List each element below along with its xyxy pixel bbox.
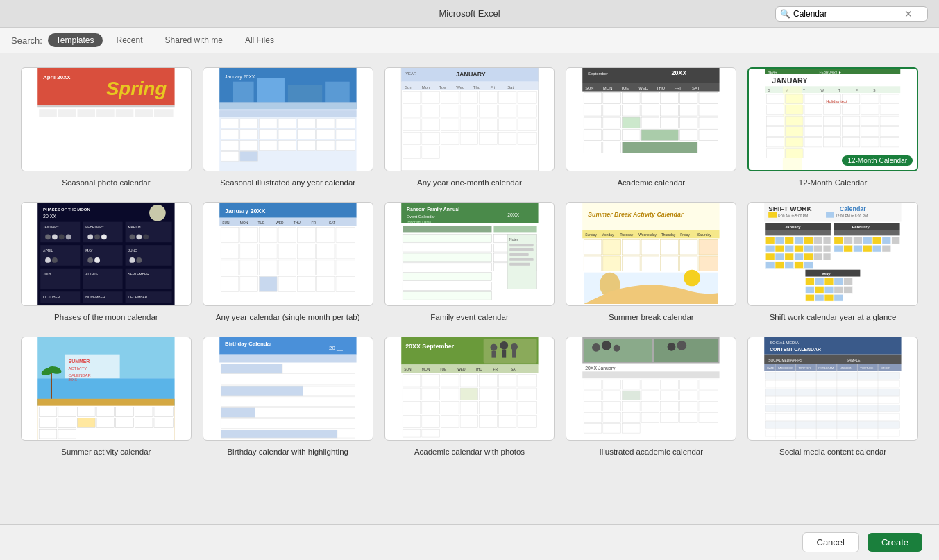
svg-rect-187 bbox=[767, 127, 784, 137]
search-clear-icon[interactable]: ✕ bbox=[904, 9, 913, 19]
template-summer-break[interactable]: Summer Break Activity Calendar SundayMon… bbox=[566, 202, 736, 323]
svg-rect-474 bbox=[441, 374, 459, 387]
template-thumb-any-year-onemonth[interactable]: YEAR JANUARY SunMonTueWedThuFriSat bbox=[384, 67, 555, 171]
filter-templates[interactable]: Templates bbox=[48, 33, 103, 47]
svg-rect-485 bbox=[518, 388, 537, 400]
template-illustrated-academic[interactable]: 20XX January bbox=[566, 337, 736, 457]
svg-rect-235 bbox=[40, 269, 80, 289]
template-phases-moon[interactable]: PHASES OF THE MOON 20 XX JANUARY FEBRUAR… bbox=[21, 202, 192, 323]
create-button[interactable]: Create bbox=[868, 533, 922, 552]
svg-rect-185 bbox=[861, 116, 879, 126]
svg-rect-139 bbox=[661, 117, 679, 128]
template-thumb-summer-activity[interactable]: SUMMER ACTIVITY CALENDAR 20XX bbox=[21, 337, 192, 441]
svg-rect-280 bbox=[240, 277, 258, 292]
svg-rect-492 bbox=[518, 402, 537, 414]
svg-rect-408 bbox=[834, 294, 843, 301]
svg-rect-51 bbox=[221, 130, 239, 139]
filter-recent[interactable]: Recent bbox=[108, 33, 151, 47]
svg-text:SAT: SAT bbox=[692, 86, 700, 90]
svg-text:DATE: DATE bbox=[767, 367, 775, 371]
filter-all[interactable]: All Files bbox=[237, 33, 282, 47]
template-thumb-summer-break[interactable]: Summer Break Activity Calendar SundayMon… bbox=[566, 202, 736, 306]
svg-rect-96 bbox=[460, 119, 478, 131]
svg-rect-200 bbox=[880, 137, 899, 147]
svg-rect-490 bbox=[479, 402, 497, 414]
cancel-button[interactable]: Cancel bbox=[802, 532, 859, 552]
svg-text:SAT: SAT bbox=[511, 368, 517, 372]
svg-rect-328 bbox=[680, 239, 698, 255]
svg-rect-482 bbox=[460, 388, 478, 400]
template-any-year-single[interactable]: January 20XX SUNMONTUEWEDTHUFRISAT bbox=[203, 202, 373, 323]
svg-text:20XX September: 20XX September bbox=[405, 343, 455, 350]
svg-rect-365 bbox=[765, 253, 775, 260]
svg-rect-138 bbox=[641, 117, 659, 128]
svg-rect-356 bbox=[813, 237, 822, 244]
template-summer-activity[interactable]: SUMMER ACTIVITY CALENDAR 20XX bbox=[21, 337, 192, 457]
template-family-event[interactable]: Ransom Family Annual Event Calendar Impo… bbox=[384, 202, 555, 323]
template-thumb-phases-moon[interactable]: PHASES OF THE MOON 20 XX JANUARY FEBRUAR… bbox=[21, 202, 192, 306]
template-thumb-family-event[interactable]: Ransom Family Annual Event Calendar Impo… bbox=[384, 202, 555, 306]
template-shift-work[interactable]: SHIFT WORK Calendar 8:00 AM to 5:00 PM 1… bbox=[747, 202, 918, 323]
svg-rect-484 bbox=[498, 388, 516, 400]
template-social-media[interactable]: SOCIAL MEDIA CONTENT CALENDAR SOCIAL MED… bbox=[747, 337, 918, 457]
svg-point-457 bbox=[490, 344, 497, 351]
svg-rect-184 bbox=[843, 116, 860, 126]
template-thumb-academic[interactable]: September 20XX SUNMONTUEWEDTHUFRISAT bbox=[566, 67, 736, 171]
template-academic[interactable]: September 20XX SUNMONTUEWEDTHUFRISAT bbox=[566, 67, 736, 188]
svg-text:THU: THU bbox=[294, 221, 301, 225]
svg-text:Thu: Thu bbox=[473, 85, 480, 90]
template-thumb-any-year-single[interactable]: January 20XX SUNMONTUEWEDTHUFRISAT bbox=[203, 202, 373, 306]
svg-rect-539 bbox=[680, 413, 698, 423]
svg-rect-462 bbox=[512, 350, 516, 358]
template-any-year-onemonth[interactable]: YEAR JANUARY SunMonTueWedThuFriSat bbox=[384, 67, 555, 188]
template-thumb-illustrated-academic[interactable]: 20XX January bbox=[566, 337, 736, 441]
svg-text:Sat: Sat bbox=[507, 85, 514, 90]
svg-rect-178 bbox=[880, 105, 899, 115]
svg-rect-135 bbox=[584, 117, 602, 128]
svg-rect-310 bbox=[403, 282, 491, 291]
search-input[interactable] bbox=[793, 9, 904, 19]
svg-text:JANUARY: JANUARY bbox=[772, 76, 807, 85]
svg-rect-444 bbox=[221, 364, 282, 374]
template-seasonal-illustrated[interactable]: January 20XX Seasonal illustrated a bbox=[203, 67, 373, 188]
template-thumb-academic-photos[interactable]: 20XX September SUNMONTUEWEDTHUFRISAT bbox=[384, 337, 555, 441]
template-thumb-seasonal-illustrated[interactable]: January 20XX bbox=[203, 67, 373, 171]
svg-rect-283 bbox=[298, 277, 316, 292]
svg-rect-494 bbox=[421, 416, 439, 428]
svg-text:May: May bbox=[822, 272, 831, 276]
svg-rect-223 bbox=[40, 245, 80, 266]
filter-shared[interactable]: Shared with me bbox=[157, 33, 231, 47]
template-academic-photos[interactable]: 20XX September SUNMONTUEWEDTHUFRISAT bbox=[384, 337, 555, 457]
template-thumb-social-media[interactable]: SOCIAL MEDIA CONTENT CALENDAR SOCIAL MED… bbox=[747, 337, 918, 441]
svg-rect-487 bbox=[421, 402, 439, 414]
template-birthday[interactable]: Birthday Calendar 20 __ bbox=[203, 337, 373, 457]
selected-badge: 12-Month Calendar bbox=[842, 155, 913, 166]
svg-rect-344 bbox=[768, 212, 777, 218]
svg-rect-309 bbox=[509, 263, 530, 266]
template-thumb-shift-work[interactable]: SHIFT WORK Calendar 8:00 AM to 5:00 PM 1… bbox=[747, 202, 918, 306]
svg-rect-427 bbox=[135, 407, 153, 417]
svg-rect-400 bbox=[806, 286, 815, 293]
svg-rect-34 bbox=[58, 155, 76, 167]
svg-rect-213 bbox=[83, 222, 122, 243]
svg-rect-401 bbox=[815, 286, 824, 293]
template-thumb-seasonal-photo[interactable]: April 20XX Spring bbox=[21, 67, 192, 171]
svg-rect-294 bbox=[403, 234, 491, 242]
svg-text:JULY: JULY bbox=[43, 273, 51, 276]
svg-rect-17 bbox=[135, 119, 153, 130]
svg-rect-429 bbox=[39, 418, 57, 428]
svg-rect-90 bbox=[479, 105, 497, 117]
template-thumb-12month[interactable]: YEAR FEBRUARY ► JANUARY SMTWTFS bbox=[747, 67, 918, 171]
svg-rect-57 bbox=[336, 130, 355, 139]
template-seasonal-photo[interactable]: April 20XX Spring Seasonal photo calenda… bbox=[21, 67, 192, 188]
svg-rect-21 bbox=[77, 131, 95, 142]
search-box[interactable]: 🔍 ✕ bbox=[775, 6, 928, 22]
svg-rect-385 bbox=[882, 237, 891, 244]
template-thumb-birthday[interactable]: Birthday Calendar 20 __ bbox=[203, 337, 373, 441]
svg-rect-437 bbox=[58, 429, 76, 439]
template-12month[interactable]: YEAR FEBRUARY ► JANUARY SMTWTFS bbox=[747, 67, 918, 188]
svg-rect-281 bbox=[259, 277, 277, 292]
svg-rect-564 bbox=[765, 414, 899, 421]
svg-point-506 bbox=[592, 343, 600, 352]
svg-rect-499 bbox=[518, 416, 537, 428]
